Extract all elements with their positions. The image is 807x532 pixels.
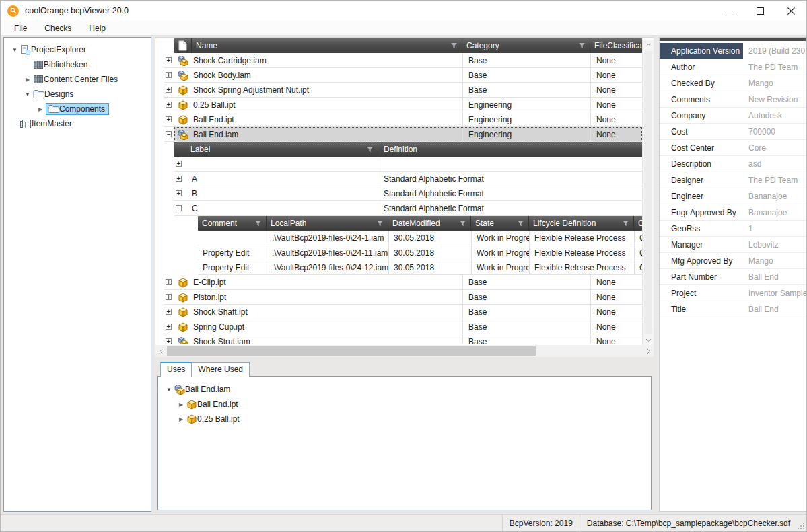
property-row-author[interactable]: AuthorThe PD Team — [660, 59, 806, 75]
file-row[interactable]: +E-Clip.iptBaseNone — [164, 275, 642, 290]
chevron-right-icon[interactable]: ▶ — [176, 416, 186, 422]
revision-row[interactable]: +BStandard Alphabetic Format — [174, 186, 642, 201]
sidebar-item-designs[interactable]: ▼Designs — [4, 87, 151, 102]
filter-icon[interactable] — [252, 220, 262, 227]
property-row-engr-approved-by[interactable]: Engr Approved ByBananajoe — [660, 204, 806, 221]
filter-icon[interactable] — [619, 220, 629, 227]
vertical-scrollbar[interactable] — [642, 40, 654, 345]
chevron-right-icon[interactable]: ▶ — [22, 77, 33, 83]
column-header-name[interactable]: Name — [192, 38, 462, 53]
scroll-left-arrow-icon[interactable] — [155, 345, 166, 357]
column-header-icon[interactable] — [174, 38, 192, 53]
property-row-cost-center[interactable]: Cost CenterCore — [660, 140, 806, 156]
expand-box-icon[interactable]: + — [176, 176, 182, 182]
filter-icon[interactable] — [514, 220, 524, 227]
property-row-checked-by[interactable]: Checked ByMango — [660, 75, 806, 91]
file-row[interactable]: +0.25 Ball.iptEngineeringNone — [164, 98, 642, 112]
tab-where-used[interactable]: Where Used — [191, 362, 250, 377]
file-row[interactable]: +Shock Body.iamBaseNone — [164, 68, 642, 83]
file-row[interactable]: +Shock Spring Adjustment Nut.iptBaseNone — [164, 83, 642, 98]
property-row-manager[interactable]: ManagerLebovitz — [660, 237, 806, 253]
collapse-box-icon[interactable]: − — [166, 131, 172, 137]
iteration-row[interactable]: .\VaultBcp2019-files-0\24-1.iam30.05.201… — [198, 231, 642, 245]
file-row[interactable]: −Ball End.iamEngineeringNone — [164, 127, 642, 142]
close-button[interactable] — [775, 1, 806, 21]
column-header-datemodified[interactable]: DateModified — [388, 216, 471, 231]
expand-box-icon[interactable]: + — [166, 87, 172, 93]
horizontal-scroll-thumb[interactable] — [167, 346, 536, 356]
property-row-project[interactable]: ProjectInventor Sample — [660, 285, 806, 301]
revision-row[interactable]: +AStandard Alphabetic Format — [174, 172, 642, 186]
expand-box-icon[interactable]: + — [166, 309, 172, 315]
chevron-down-icon[interactable]: ▼ — [22, 91, 33, 98]
filter-icon[interactable] — [374, 220, 384, 227]
column-header-comment[interactable]: Comment — [198, 216, 267, 231]
column-header-definition[interactable]: Definition — [378, 142, 642, 157]
vertical-scroll-thumb[interactable] — [644, 51, 652, 334]
property-row-description[interactable]: Descriptionasd — [660, 156, 806, 172]
expand-box-icon[interactable]: + — [176, 190, 182, 196]
property-row-title[interactable]: TitleBall End — [660, 301, 806, 317]
file-row[interactable]: +Piston.iptBaseNone — [164, 290, 642, 305]
iteration-row[interactable]: Property Edit.\VaultBcp2019-files-0\24-1… — [198, 245, 642, 260]
column-header-category[interactable]: Category — [462, 38, 590, 53]
file-row[interactable]: +Spring Cup.iptBaseNone — [164, 319, 642, 334]
column-header-fileclassifica[interactable]: FileClassifica — [590, 38, 642, 53]
property-row-engineer[interactable]: EngineerBananajoe — [660, 188, 806, 204]
sidebar-item-components[interactable]: ▶Components — [4, 102, 151, 116]
revision-row[interactable]: −CStandard Alphabetic Format — [174, 201, 642, 216]
property-row-designer[interactable]: DesignerThe PD Team — [660, 172, 806, 188]
scroll-right-arrow-icon[interactable] — [643, 345, 654, 357]
filter-icon[interactable] — [575, 42, 586, 49]
expand-box-icon[interactable]: + — [166, 116, 172, 122]
menu-checks[interactable]: Checks — [38, 22, 78, 34]
sidebar-item-bibliotheken[interactable]: Bibliotheken — [4, 57, 151, 72]
file-row[interactable]: +Shock Cartridge.iamBaseNone — [164, 53, 642, 68]
iteration-row[interactable]: Property Edit.\VaultBcp2019-files-0\24-1… — [198, 260, 642, 275]
scroll-up-arrow-icon[interactable] — [643, 40, 654, 50]
chevron-right-icon[interactable]: ▶ — [35, 106, 46, 112]
uses-tree-item[interactable]: ▶0.25 Ball.ipt — [158, 412, 651, 426]
filter-icon[interactable] — [456, 220, 466, 227]
property-row-company[interactable]: CompanyAutodesk — [660, 108, 806, 124]
column-header-label[interactable]: Label — [186, 142, 378, 157]
expand-box-icon[interactable]: + — [166, 57, 172, 63]
column-header-cre[interactable]: Cre — [634, 216, 642, 231]
column-header-lifcycle-definition[interactable]: Lifcycle Definition — [529, 216, 634, 231]
expand-box-icon[interactable]: + — [166, 279, 172, 285]
uses-tree-item[interactable]: ▼Ball End.iam — [158, 382, 651, 397]
collapse-box-icon[interactable]: − — [176, 205, 182, 211]
sidebar-item-itemmaster[interactable]: ItemMaster — [4, 116, 151, 131]
sidebar-item-content-center-files[interactable]: ▶Content Center Files — [4, 72, 151, 87]
chevron-down-icon[interactable]: ▼ — [164, 387, 174, 393]
revision-row[interactable]: + — [174, 157, 642, 172]
file-row[interactable]: +Shock Shaft.iptBaseNone — [164, 305, 642, 319]
filter-icon[interactable] — [448, 42, 458, 49]
property-row-comments[interactable]: CommentsNew Revision — [660, 91, 806, 108]
uses-tree-item[interactable]: ▶Ball End.ipt — [158, 397, 651, 412]
expand-box-icon[interactable]: + — [166, 294, 172, 300]
resize-grip[interactable] — [797, 515, 806, 531]
sidebar-item-projectexplorer[interactable]: ▼ProjectExplorer — [4, 42, 151, 57]
column-header-localpath[interactable]: LocalPath — [267, 216, 388, 231]
tab-uses[interactable]: Uses — [160, 362, 192, 377]
property-row-part-number[interactable]: Part NumberBall End — [660, 269, 806, 285]
column-header-state[interactable]: State — [471, 216, 529, 231]
filter-icon[interactable] — [363, 146, 374, 153]
expand-box-icon[interactable]: + — [166, 338, 172, 344]
expand-box-icon[interactable]: + — [176, 161, 182, 167]
file-row[interactable]: +Shock Strut.iamBaseNone — [164, 334, 642, 344]
property-row-application-version[interactable]: Application Version2019 (Build 2301 — [660, 43, 806, 59]
file-row[interactable]: +Ball End.iptEngineeringNone — [164, 112, 642, 127]
menu-help[interactable]: Help — [82, 22, 112, 34]
minimize-button[interactable] — [713, 1, 744, 21]
expand-box-icon[interactable]: + — [166, 102, 172, 108]
chevron-right-icon[interactable]: ▶ — [176, 402, 186, 408]
tree-selection[interactable]: Components — [46, 103, 109, 115]
property-row-mfg-approved-by[interactable]: Mfg Approved ByMango — [660, 253, 806, 269]
horizontal-scrollbar[interactable] — [155, 345, 654, 357]
menu-file[interactable]: File — [7, 22, 34, 34]
scroll-down-arrow-icon[interactable] — [643, 334, 654, 345]
maximize-button[interactable] — [744, 1, 775, 21]
expand-box-icon[interactable]: + — [166, 324, 172, 330]
